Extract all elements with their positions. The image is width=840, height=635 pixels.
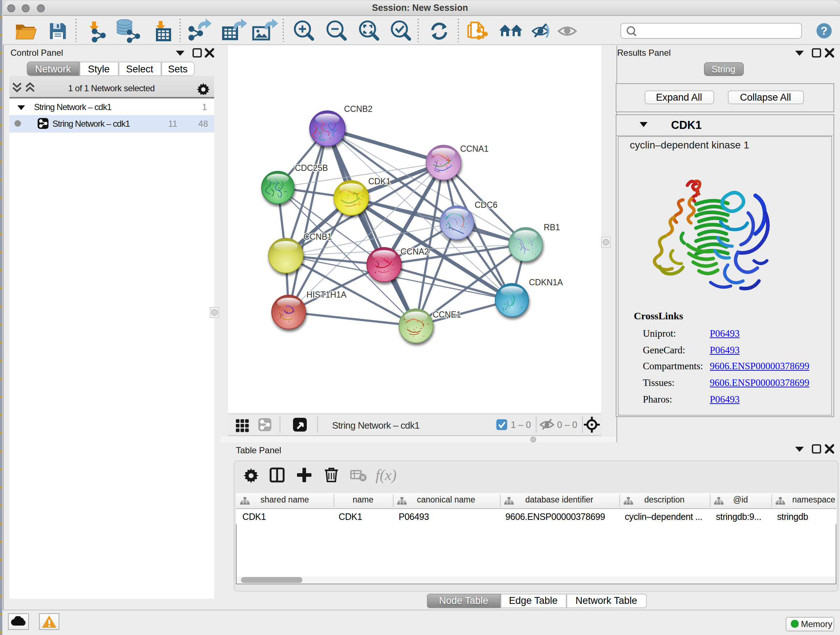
svg-text:CDK1: CDK1 (368, 176, 390, 186)
svg-text:CCNB2: CCNB2 (344, 104, 372, 113)
svg-text:RB1: RB1 (543, 222, 560, 232)
svg-text:CDC25B: CDC25B (294, 163, 328, 172)
svg-text:CCNE1: CCNE1 (432, 310, 461, 319)
svg-text:HIST1H1A: HIST1H1A (306, 290, 346, 299)
svg-text:CCNA1: CCNA1 (460, 144, 488, 153)
svg-text:CDC6: CDC6 (474, 200, 497, 209)
svg-text:CCNA2: CCNA2 (400, 247, 429, 256)
svg-text:0 – 0: 0 – 0 (557, 420, 577, 430)
svg-text:CCNB1: CCNB1 (303, 232, 332, 241)
svg-text:1 – 0: 1 – 0 (511, 420, 531, 430)
svg-text:?: ? (821, 24, 828, 37)
svg-text:f(x): f(x) (375, 467, 396, 484)
svg-text:CDKN1A: CDKN1A (529, 277, 563, 287)
